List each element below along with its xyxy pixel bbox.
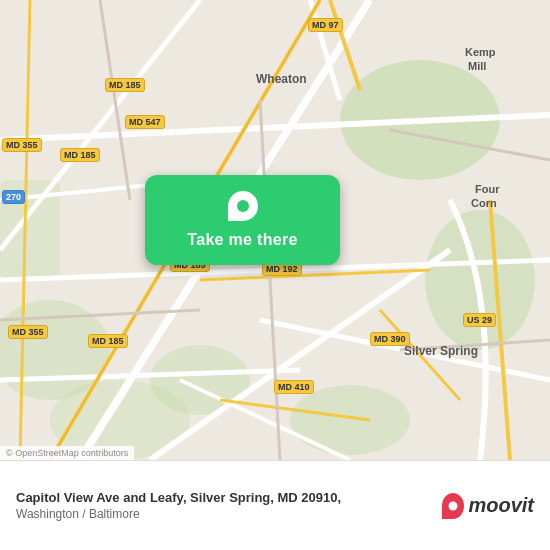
address-line1: Capitol View Ave and Leafy, Silver Sprin…	[16, 490, 430, 505]
address-line2: Washington / Baltimore	[16, 507, 430, 521]
moovit-logo: moovit	[442, 493, 534, 519]
town-label-four: Four	[475, 183, 499, 195]
town-label-corn: Corn	[471, 197, 497, 209]
moovit-pin-wrapper	[436, 489, 470, 523]
moovit-text: moovit	[468, 494, 534, 517]
info-bar: Capitol View Ave and Leafy, Silver Sprin…	[0, 460, 550, 550]
town-label-silver-spring: Silver Spring	[404, 344, 478, 358]
moovit-pin-icon	[442, 493, 464, 519]
svg-point-6	[290, 385, 410, 455]
take-me-there-button[interactable]: Take me there	[145, 175, 340, 265]
address-block: Capitol View Ave and Leafy, Silver Sprin…	[16, 490, 430, 521]
road-label-270: 270	[2, 190, 25, 204]
road-label-md185-2: MD 185	[60, 148, 100, 162]
road-label-md355-2: MD 355	[8, 325, 48, 339]
town-label-wheaton: Wheaton	[256, 72, 307, 86]
road-label-md185-1: MD 185	[105, 78, 145, 92]
map-container: MD 97 MD 185 MD 185 MD 185 MD 185 MD 547…	[0, 0, 550, 460]
town-label-mill: Mill	[468, 60, 486, 72]
road-label-md355-1: MD 355	[2, 138, 42, 152]
road-label-md410: MD 410	[274, 380, 314, 394]
location-pin	[221, 185, 263, 227]
road-label-us29: US 29	[463, 313, 496, 327]
button-label: Take me there	[187, 231, 297, 249]
town-label-kemp: Kemp	[465, 46, 496, 58]
road-label-md547: MD 547	[125, 115, 165, 129]
road-label-md185-3: MD 185	[88, 334, 128, 348]
copyright-notice: © OpenStreetMap contributors	[0, 446, 134, 460]
road-label-md97: MD 97	[308, 18, 343, 32]
svg-line-28	[100, 0, 130, 200]
